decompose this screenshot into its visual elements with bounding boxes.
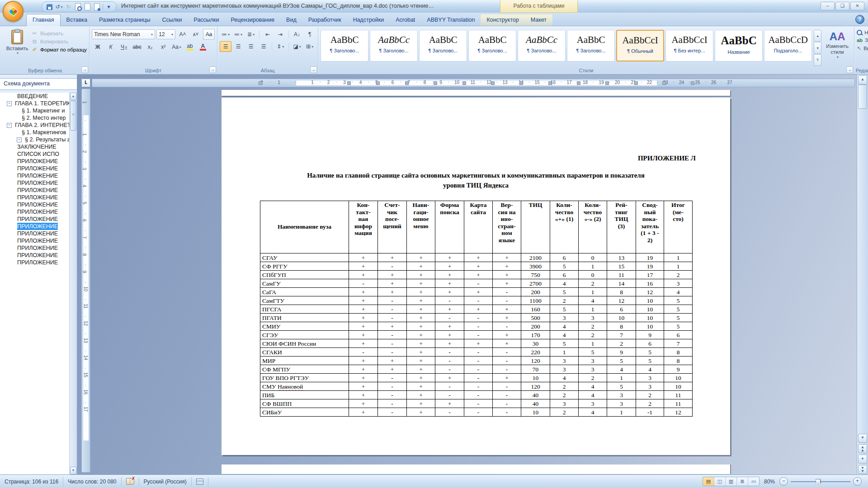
redo-icon[interactable]: ↻: [65, 3, 72, 11]
docmap-item-ПРИЛОЖЕНИЕ[interactable]: ПРИЛОЖЕНИЕ: [0, 194, 70, 201]
table-column-marker[interactable]: [347, 81, 351, 85]
qat-customize-icon[interactable]: ▾: [105, 3, 113, 11]
docmap-item-ПРИЛОЖЕНИЕ[interactable]: ПРИЛОЖЕНИЕ: [0, 187, 70, 194]
docmap-item-ПРИЛОЖЕНИЕ[interactable]: ПРИЛОЖЕНИЕ: [0, 252, 70, 259]
table-column-marker[interactable]: [491, 81, 495, 85]
docmap-item-§ 2. Место интер[interactable]: § 2. Место интер: [0, 114, 70, 122]
web-layout-view-button[interactable]: ▥: [726, 477, 737, 486]
document-map-scrollbar[interactable]: ▲ ▼: [69, 93, 77, 474]
tab-Разработчик[interactable]: Разработчик: [302, 14, 347, 26]
draft-view-button[interactable]: ▭: [748, 477, 759, 486]
grow-font-button[interactable]: A˄: [177, 29, 189, 40]
style-item-5[interactable]: AaBbCc¶ Заголово...: [518, 30, 566, 61]
decrease-indent-button[interactable]: ⇤: [262, 29, 274, 40]
replace-button[interactable]: abЗаменить: [857, 38, 868, 43]
font-size-combo[interactable]: 12▾: [156, 29, 175, 39]
tab-Ссылки[interactable]: Ссылки: [156, 14, 188, 26]
fullscreen-reading-view-button[interactable]: ◫: [714, 477, 726, 486]
font-family-combo[interactable]: Times New Roman▾: [92, 29, 155, 39]
borders-button[interactable]: ⊞▾: [304, 41, 316, 52]
table-column-marker[interactable]: [462, 81, 466, 85]
clear-formatting-button[interactable]: A̶a: [203, 29, 215, 40]
italic-button[interactable]: К: [105, 42, 117, 52]
docmap-item-ПРИЛОЖЕНИЕ[interactable]: ПРИЛОЖЕНИЕ: [0, 172, 70, 179]
docmap-item-ПРИЛОЖЕНИЕ[interactable]: ПРИЛОЖЕНИЕ: [0, 165, 70, 172]
show-marks-button[interactable]: ¶: [304, 29, 316, 40]
docmap-item-ВВЕДЕНИЕ[interactable]: ВВЕДЕНИЕ: [0, 93, 70, 100]
tab-Acrobat[interactable]: Acrobat: [390, 14, 421, 26]
tab-Вид[interactable]: Вид: [280, 14, 302, 26]
horizontal-ruler[interactable]: 2112345678910111213141516171819202122232…: [92, 79, 855, 87]
shading-button[interactable]: ◪▾: [291, 41, 303, 52]
docmap-item-ПРИЛОЖЕНИЕ[interactable]: ПРИЛОЖЕНИЕ: [0, 158, 70, 165]
justify-button[interactable]: ☰: [258, 41, 269, 52]
docmap-item-ГЛАВА 2. ИНТЕРНЕТ[interactable]: −ГЛАВА 2. ИНТЕРНЕТ: [0, 122, 70, 129]
tab-Разметка страницы[interactable]: Разметка страницы: [93, 14, 156, 26]
select-button[interactable]: ↖Выделить▾: [857, 45, 868, 52]
macro-record-indicator[interactable]: [192, 477, 208, 486]
align-right-button[interactable]: ☰: [245, 41, 257, 52]
docmap-item-ПРИЛОЖЕНИЕ[interactable]: ПРИЛОЖЕНИЕ: [0, 223, 70, 230]
tab-Главная[interactable]: Главная: [26, 14, 61, 26]
numbering-button[interactable]: ≕▾: [232, 29, 244, 40]
tab-Рецензирование[interactable]: Рецензирование: [225, 14, 281, 26]
highlight-button[interactable]: ab: [184, 42, 196, 52]
style-item-9[interactable]: AaBbCНазвание: [715, 30, 763, 61]
select-browse-object-button[interactable]: ●: [858, 455, 867, 464]
docmap-item-ПРИЛОЖЕНИЕ[interactable]: ПРИЛОЖЕНИЕ: [0, 201, 70, 208]
docmap-scroll-down-icon[interactable]: ▼: [70, 467, 76, 474]
docmap-scroll-thumb[interactable]: [70, 101, 76, 131]
zoom-in-button[interactable]: +: [853, 477, 862, 486]
table-column-marker[interactable]: [691, 81, 694, 85]
docmap-item-СПИСОК ИСПО[interactable]: СПИСОК ИСПО: [0, 150, 70, 158]
next-page-button[interactable]: ▼▼: [858, 465, 867, 474]
shrink-font-button[interactable]: ᴀ˅: [190, 29, 202, 40]
print-preview-icon[interactable]: [74, 3, 82, 11]
scroll-down-icon[interactable]: ▼: [858, 434, 867, 443]
styles-more-button[interactable]: ⊽: [814, 54, 821, 66]
docmap-item-ПРИЛОЖЕНИЕ[interactable]: ПРИЛОЖЕНИЕ: [0, 208, 70, 216]
paragraph-dialog-launcher[interactable]: ⌟: [310, 66, 317, 73]
previous-page-button[interactable]: ▲▲: [858, 444, 867, 453]
subscript-button[interactable]: x₂: [144, 42, 156, 52]
align-center-button[interactable]: ☰: [232, 41, 244, 52]
help-button[interactable]: ?: [855, 15, 864, 24]
table-column-marker[interactable]: [405, 81, 409, 85]
zoom-track[interactable]: [791, 478, 850, 485]
sort-button[interactable]: А↓: [291, 29, 303, 40]
bold-button[interactable]: Ж: [92, 42, 104, 52]
scroll-thumb[interactable]: [858, 84, 867, 109]
docmap-item-§ 2. Результаты а[interactable]: −§ 2. Результаты а: [0, 136, 70, 143]
docmap-item-§ 1. Маркетинг и[interactable]: § 1. Маркетинг и: [0, 107, 70, 114]
align-left-button[interactable]: ☰: [220, 41, 231, 52]
clipboard-dialog-launcher[interactable]: ⌟: [81, 66, 88, 73]
zoom-out-button[interactable]: −: [779, 477, 788, 486]
undo-icon[interactable]: ↺▾: [55, 3, 63, 11]
styles-dialog-launcher[interactable]: ⌟: [846, 66, 853, 73]
style-item-10[interactable]: AaBbCcDПодзаголо...: [764, 30, 812, 61]
table-column-marker[interactable]: [259, 81, 262, 85]
office-button[interactable]: [3, 1, 24, 22]
new-document-icon[interactable]: [84, 3, 91, 11]
table-column-marker[interactable]: [605, 81, 609, 85]
document-map-header[interactable]: Схема документа: [0, 78, 77, 90]
tab-Конструктор[interactable]: Конструктор: [481, 14, 524, 26]
style-item-7[interactable]: AaBbCcI¶ Обычный: [616, 30, 664, 61]
docmap-item-ЗАКЛЮЧЕНИЕ[interactable]: ЗАКЛЮЧЕНИЕ: [0, 143, 70, 150]
zoom-level[interactable]: 80%: [764, 479, 775, 485]
style-item-6[interactable]: AaBbC¶ Заголово...: [567, 30, 615, 61]
scroll-up-icon[interactable]: ▲: [858, 75, 867, 84]
vertical-ruler[interactable]: 11234567891011121314151617··············…: [81, 89, 90, 473]
tab-ABBYY Translation[interactable]: ABBYY Translation: [421, 14, 481, 26]
style-item-3[interactable]: AaBbC¶ Заголово...: [419, 30, 467, 61]
underline-button[interactable]: Ч▾: [118, 42, 130, 52]
docmap-item-ПРИЛОЖЕНИЕ[interactable]: ПРИЛОЖЕНИЕ: [0, 259, 70, 266]
table-column-marker[interactable]: [376, 81, 380, 85]
tab-selector-box[interactable]: L: [81, 79, 90, 87]
word-count[interactable]: Число слов: 20 080: [63, 477, 121, 486]
tab-Рассылки[interactable]: Рассылки: [188, 14, 225, 26]
style-item-8[interactable]: AaBbCcI¶ Без интер...: [665, 30, 713, 61]
change-case-button[interactable]: Aa▾: [170, 42, 183, 52]
line-spacing-button[interactable]: ⇕▾: [274, 41, 286, 52]
strikethrough-button[interactable]: abc: [131, 42, 143, 52]
